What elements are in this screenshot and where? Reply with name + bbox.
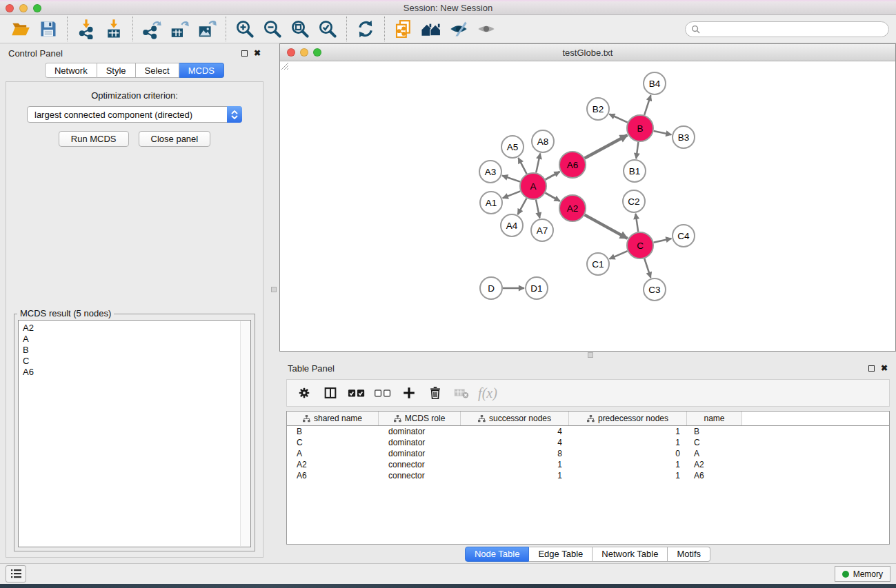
hide-graphics-details-icon[interactable] xyxy=(445,17,472,41)
refresh-layout-icon[interactable] xyxy=(352,17,379,41)
export-network-icon[interactable] xyxy=(138,17,166,41)
graph-edge-A-A4[interactable] xyxy=(518,199,527,215)
show-graphics-details-icon[interactable] xyxy=(472,17,500,41)
float-panel-icon[interactable] xyxy=(868,365,875,372)
zoom-fit-icon[interactable] xyxy=(286,17,314,41)
mcds-result-title: MCDS result (5 nodes) xyxy=(17,308,114,318)
graph-edge-C-C2[interactable] xyxy=(636,214,639,232)
graph-edge-C-C1[interactable] xyxy=(609,251,627,259)
tab-select[interactable]: Select xyxy=(136,63,179,78)
mcds-result-fieldset: MCDS result (5 nodes) A2ABCA6 xyxy=(14,314,255,551)
memory-status-icon xyxy=(842,571,849,578)
divider-knob[interactable] xyxy=(271,287,277,292)
tab-network-table[interactable]: Network Table xyxy=(593,547,668,562)
save-session-icon[interactable] xyxy=(34,17,62,41)
clone-network-icon[interactable] xyxy=(390,17,417,41)
function-builder-icon[interactable]: f(x) xyxy=(476,382,499,404)
table-tabs: Node TableEdge TableNetwork TableMotifs xyxy=(465,547,710,562)
application-window: Session: New Session xyxy=(0,0,896,588)
search-field[interactable] xyxy=(685,21,889,37)
export-table-icon[interactable] xyxy=(166,17,193,41)
zoom-in-icon[interactable] xyxy=(231,17,259,41)
select-all-icon[interactable] xyxy=(345,382,368,404)
zoom-window-button[interactable] xyxy=(33,4,41,12)
graph-node-label-D1: D1 xyxy=(530,283,542,294)
search-input[interactable] xyxy=(704,24,883,34)
network-minimize-button[interactable] xyxy=(300,48,308,57)
deselect-all-icon[interactable] xyxy=(371,382,395,404)
minimize-window-button[interactable] xyxy=(19,4,28,12)
zoom-out-icon[interactable] xyxy=(259,17,286,41)
criterion-dropdown[interactable]: largest connected component (directed) xyxy=(27,106,242,123)
close-panel-icon[interactable]: ✖ xyxy=(254,49,261,57)
graph-edge-C-C3[interactable] xyxy=(644,258,650,278)
graph-edge-A-A3[interactable] xyxy=(502,176,520,182)
column-header-predecessor-nodes[interactable]: predecessor nodes xyxy=(569,412,687,425)
open-file-icon[interactable] xyxy=(7,17,34,41)
network-canvas[interactable]: B4B2BB3A8A5A6A3B1AA1C2A2A4A7C4CC1DD1C3 xyxy=(280,61,895,351)
import-network-icon[interactable] xyxy=(72,17,100,41)
table-row-B[interactable]: Bdominator41B xyxy=(287,426,889,437)
mcds-result-item[interactable]: A6 xyxy=(23,367,238,378)
graph-edge-A-A6[interactable] xyxy=(546,172,560,179)
column-header-MCDS-role[interactable]: MCDS role xyxy=(379,412,461,425)
tab-node-table[interactable]: Node Table xyxy=(465,547,530,562)
divider-knob[interactable] xyxy=(588,352,593,358)
mcds-result-list: A2ABCA6 xyxy=(18,320,251,547)
network-close-button[interactable] xyxy=(287,48,295,57)
column-header-successor-nodes[interactable]: successor nodes xyxy=(461,412,569,425)
graph-edge-A-A2[interactable] xyxy=(545,193,559,201)
graph-node-label-C4: C4 xyxy=(677,231,690,241)
result-list-scrollbar[interactable] xyxy=(240,321,250,546)
zoom-selected-icon[interactable] xyxy=(314,17,341,41)
vertical-split-divider[interactable] xyxy=(269,43,279,563)
table-row-A[interactable]: Adominator80A xyxy=(287,448,889,459)
search-icon xyxy=(691,25,700,34)
graph-edge-C-C4[interactable] xyxy=(654,239,672,243)
window-resize-grip[interactable] xyxy=(280,61,289,70)
network-zoom-button[interactable] xyxy=(313,48,321,57)
table-row-A6[interactable]: A6connector11A6 xyxy=(287,470,889,481)
tab-motifs[interactable]: Motifs xyxy=(668,547,710,562)
add-column-icon[interactable] xyxy=(397,382,421,404)
tab-network[interactable]: Network xyxy=(45,63,97,78)
column-header-shared-name[interactable]: shared name xyxy=(287,412,379,425)
tab-mcds[interactable]: MCDS xyxy=(179,63,224,78)
table-row-C[interactable]: Cdominator41C xyxy=(287,437,889,448)
tab-style[interactable]: Style xyxy=(97,63,136,78)
run-mcds-button[interactable]: Run MCDS xyxy=(59,131,129,147)
float-panel-icon[interactable] xyxy=(241,50,248,57)
show-columns-icon[interactable] xyxy=(319,382,342,404)
export-image-icon[interactable] xyxy=(193,17,221,41)
show-all-networks-icon[interactable] xyxy=(417,17,445,41)
graph-edge-B-B4[interactable] xyxy=(644,95,650,115)
mcds-result-item[interactable]: A xyxy=(23,334,238,345)
close-panel-button[interactable]: Close panel xyxy=(139,131,211,147)
close-panel-icon[interactable]: ✖ xyxy=(881,364,888,372)
graph-edge-B-B2[interactable] xyxy=(609,114,627,123)
graph-edge-A6-B[interactable] xyxy=(585,135,628,158)
table-row-A2[interactable]: A2connector11A2 xyxy=(287,459,889,470)
graph-edge-B-B1[interactable] xyxy=(636,142,638,159)
graph-node-label-C1: C1 xyxy=(592,259,604,270)
graph-edge-A2-C[interactable] xyxy=(585,215,628,239)
delete-table-icon[interactable] xyxy=(450,382,473,404)
graph-edge-A-A1[interactable] xyxy=(503,191,521,198)
column-header-name[interactable]: name xyxy=(687,412,742,425)
delete-column-icon[interactable] xyxy=(424,382,447,404)
mcds-result-item[interactable]: C xyxy=(23,356,238,367)
graph-edge-A-A5[interactable] xyxy=(518,158,526,174)
table-panel-title: Table Panel xyxy=(288,363,335,374)
tab-edge-table[interactable]: Edge Table xyxy=(529,547,593,562)
mcds-result-item[interactable]: A2 xyxy=(23,323,238,334)
import-table-icon[interactable] xyxy=(100,17,128,41)
close-window-button[interactable] xyxy=(6,4,14,12)
memory-button[interactable]: Memory xyxy=(835,566,890,582)
horizontal-split-divider[interactable] xyxy=(279,352,896,358)
table-settings-icon[interactable] xyxy=(292,382,316,404)
graph-edge-A-A8[interactable] xyxy=(536,154,540,173)
graph-edge-B-B3[interactable] xyxy=(654,131,672,134)
mcds-result-item[interactable]: B xyxy=(23,345,238,356)
task-history-button[interactable] xyxy=(6,565,26,582)
graph-edge-A-A7[interactable] xyxy=(536,200,539,219)
